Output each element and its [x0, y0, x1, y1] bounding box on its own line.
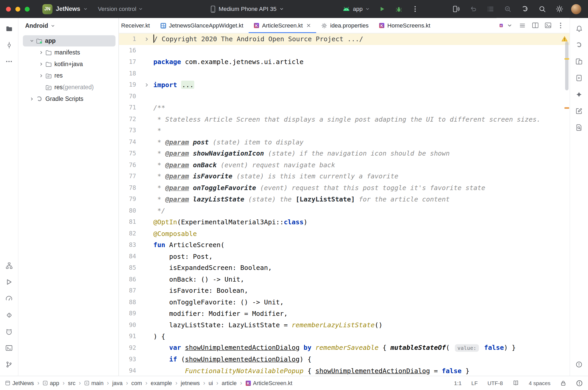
project-folder-icon[interactable]: [2, 21, 17, 36]
more-tool-windows-icon[interactable]: [2, 54, 17, 69]
tree-item-manifests[interactable]: manifests: [23, 47, 115, 58]
code-line-17[interactable]: 17package com.example.jetnews.ui.article: [119, 56, 570, 68]
close-window-button[interactable]: [6, 6, 11, 11]
chevron-down-icon[interactable]: [28, 39, 36, 43]
code-inspection-icon[interactable]: [499, 2, 516, 17]
git-branch-icon[interactable]: [2, 357, 17, 372]
tree-item-gradle-scripts[interactable]: Gradle Scripts: [23, 93, 115, 105]
breadcrumb-articlescreen-kt[interactable]: KArticleScreen.kt: [246, 380, 292, 386]
tree-item-res[interactable]: res: [23, 70, 115, 81]
breadcrumb-jetnews[interactable]: jetnews: [181, 380, 200, 386]
tab-articlescreen-kt[interactable]: KArticleScreen.kt: [249, 18, 316, 33]
code-line-1[interactable]: 1/ Copyright 2020 The Android Open Sourc…: [119, 33, 570, 45]
profiler-icon[interactable]: [2, 291, 17, 306]
search-everywhere-icon[interactable]: [534, 2, 551, 17]
code-line-90[interactable]: 90 lazyListState: LazyListState = rememb…: [119, 319, 570, 331]
chevron-right-icon[interactable]: [37, 62, 45, 66]
tab-idea-properties[interactable]: idea.properties: [316, 18, 374, 33]
structure-icon[interactable]: [2, 258, 17, 273]
run-icon[interactable]: [2, 275, 17, 290]
line-separator-widget[interactable]: LF: [471, 380, 478, 386]
more-actions-button[interactable]: [407, 2, 423, 17]
lock-icon[interactable]: [560, 380, 566, 386]
breadcrumb-src[interactable]: src: [68, 380, 75, 386]
preview-icon[interactable]: [542, 19, 554, 31]
terminal-icon[interactable]: [2, 340, 17, 356]
code-line-88[interactable]: 88 onToggleFavorite: () -> Unit,: [119, 296, 570, 308]
app-quality-insights-icon[interactable]: [2, 308, 17, 323]
code-line-71[interactable]: 71/**: [119, 102, 570, 113]
debug-button[interactable]: [390, 2, 407, 17]
encoding-widget[interactable]: UTF-8: [487, 380, 503, 386]
vcs-widget[interactable]: Version control: [98, 6, 143, 12]
reader-mode-icon[interactable]: [513, 380, 519, 386]
analysis-warning-mark-2[interactable]: [564, 107, 569, 109]
run-button[interactable]: [374, 2, 390, 17]
code-line-89[interactable]: 89 modifier: Modifier = Modifier,: [119, 308, 570, 319]
minimize-window-button[interactable]: [15, 6, 20, 11]
editor-scrollbar[interactable]: [565, 42, 569, 90]
project-widget[interactable]: JN JetNews: [42, 4, 87, 14]
hidden-tabs-chevron-icon[interactable]: [504, 19, 516, 31]
more-vertical-icon[interactable]: [555, 19, 566, 31]
tree-item-res-generated[interactable]: res (generated): [23, 82, 115, 93]
code-line-94[interactable]: 94 FunctionalityNotAvailablePopup { show…: [119, 365, 570, 376]
running-devices-icon[interactable]: [571, 71, 586, 86]
code-line-74[interactable]: 74 * @param post (state) item to display: [119, 136, 570, 148]
chevron-right-icon[interactable]: [28, 97, 36, 101]
breadcrumb-com[interactable]: com: [131, 380, 142, 386]
fold-arrow-icon[interactable]: [136, 37, 153, 41]
chevron-right-icon[interactable]: [37, 51, 45, 54]
tree-item-app[interactable]: app: [23, 35, 115, 46]
code-line-85[interactable]: 85 isExpandedScreen: Boolean,: [119, 262, 570, 274]
tab-list-icon[interactable]: [516, 19, 528, 31]
code-line-81[interactable]: 81@OptIn(ExperimentalMaterial3Api::class…: [119, 216, 570, 228]
fold-arrow-icon[interactable]: [136, 83, 153, 87]
breadcrumb-example[interactable]: example: [151, 380, 172, 386]
code-line-84[interactable]: 84 post: Post,: [119, 251, 570, 262]
gradle-sync-icon[interactable]: [516, 2, 534, 17]
code-line-91[interactable]: 91) {: [119, 331, 570, 342]
indent-widget[interactable]: 4 spaces: [529, 380, 550, 386]
caret-position-widget[interactable]: 1:1: [454, 380, 461, 386]
tree-item-kotlin-java[interactable]: kotlin+java: [23, 59, 115, 70]
kotlin-icon[interactable]: K: [500, 19, 503, 31]
logcat-icon[interactable]: [2, 324, 17, 339]
rollback-icon[interactable]: [465, 2, 482, 17]
commit-icon[interactable]: [2, 38, 17, 53]
code-line-86[interactable]: 86 onBack: () -> Unit,: [119, 274, 570, 285]
code-line-78[interactable]: 78 * @param onToggleFavorite (event) req…: [119, 182, 570, 193]
code-line-93[interactable]: 93 if (showUnimplementedActionDialog) {: [119, 354, 570, 365]
changes-list-icon[interactable]: [482, 2, 499, 17]
breadcrumb-article[interactable]: article: [222, 380, 237, 386]
code-line-79[interactable]: 79 * @param lazyListState (state) the [L…: [119, 193, 570, 205]
editor[interactable]: 1/ Copyright 2020 The Android Open Sourc…: [119, 33, 570, 376]
run-configuration[interactable]: app: [338, 6, 374, 12]
document-search-icon[interactable]: [571, 120, 586, 135]
inspection-warning-icon[interactable]: [561, 36, 568, 42]
code-line-16[interactable]: 16: [119, 45, 570, 56]
tab-receiver-kt[interactable]: KReceiver.kt: [119, 18, 155, 33]
code-line-19[interactable]: 19import ...: [119, 79, 570, 90]
code-line-75[interactable]: 75 * @param showNavigationIcon (state) i…: [119, 148, 570, 159]
device-manager-icon[interactable]: [571, 54, 586, 69]
code-line-72[interactable]: 72 * Stateless Article Screen that displ…: [119, 113, 570, 125]
code-line-18[interactable]: 18: [119, 68, 570, 79]
notifications-bell-icon[interactable]: [571, 21, 586, 36]
device-streaming-icon[interactable]: [447, 2, 465, 17]
problems-icon[interactable]: [571, 357, 586, 372]
code-line-77[interactable]: 77 * @param isFavorite (state) is this i…: [119, 171, 570, 182]
breadcrumb-app[interactable]: app: [43, 380, 59, 386]
code-line-82[interactable]: 82@Composable: [119, 228, 570, 239]
code-line-80[interactable]: 80 */: [119, 205, 570, 216]
breadcrumb-jetnews[interactable]: JetNews: [5, 380, 34, 386]
device-selector[interactable]: Medium Phone API 35: [211, 0, 284, 18]
gradle-icon[interactable]: [571, 38, 586, 53]
breadcrumb-ui[interactable]: ui: [208, 380, 213, 386]
tab-jetnewsglanceappwidget-kt[interactable]: JetnewsGlanceAppWidget.kt: [155, 18, 248, 33]
user-avatar[interactable]: [571, 4, 581, 14]
analysis-warning-mark[interactable]: [564, 58, 569, 60]
code-line-92[interactable]: 92 var showUnimplementedActionDialog by …: [119, 342, 570, 354]
code-line-87[interactable]: 87 isFavorite: Boolean,: [119, 285, 570, 296]
code-line-73[interactable]: 73 *: [119, 125, 570, 136]
